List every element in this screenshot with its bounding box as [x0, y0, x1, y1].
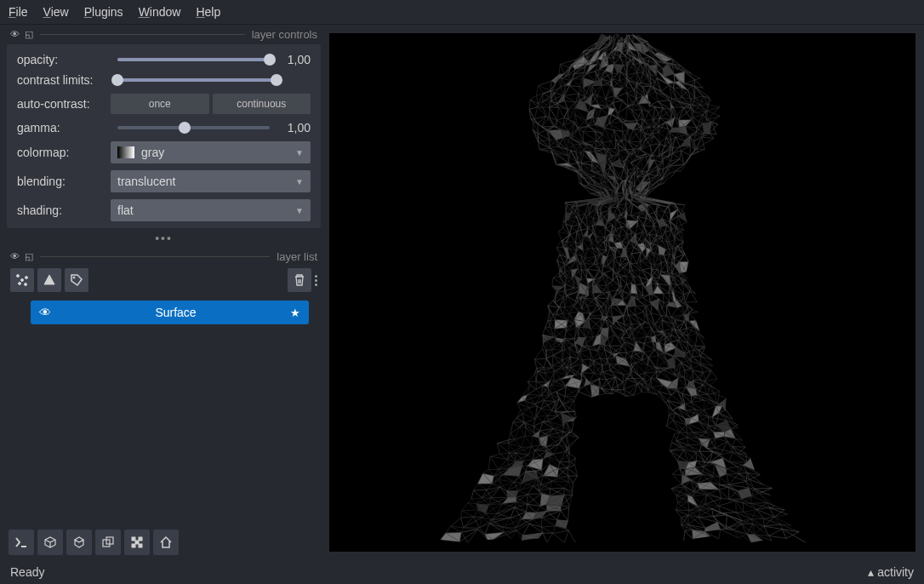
svg-line-4012 — [608, 325, 610, 327]
svg-line-4996 — [516, 417, 523, 421]
svg-line-1275 — [593, 117, 598, 118]
more-options-icon[interactable] — [315, 275, 317, 286]
svg-line-4831 — [534, 396, 549, 404]
svg-line-5760 — [735, 501, 743, 512]
gamma-slider[interactable] — [117, 126, 270, 129]
svg-line-5123 — [548, 431, 563, 434]
eye-icon[interactable]: 👁 — [39, 306, 51, 319]
svg-line-3913 — [589, 318, 601, 327]
svg-line-3222 — [660, 261, 666, 272]
svg-line-933 — [661, 85, 669, 91]
star-icon[interactable]: ★ — [290, 306, 300, 319]
colormap-dropdown[interactable]: gray ▼ — [111, 141, 311, 163]
menu-file[interactable]: File — [9, 5, 28, 19]
svg-line-5024 — [666, 415, 669, 426]
svg-line-5674 — [676, 495, 687, 495]
svg-line-4579 — [601, 374, 607, 379]
home-button[interactable] — [153, 530, 179, 555]
activity-toggle[interactable]: ▴ activity — [868, 565, 914, 579]
svg-line-4783 — [637, 383, 642, 392]
delete-layer-button[interactable] — [288, 268, 311, 292]
svg-line-2820 — [626, 234, 628, 243]
svg-line-5822 — [736, 512, 743, 512]
svg-line-4325 — [654, 348, 657, 350]
new-labels-button[interactable] — [65, 268, 88, 292]
contrast-limits-slider[interactable] — [117, 78, 277, 82]
svg-line-5511 — [747, 472, 763, 484]
svg-line-5505 — [739, 472, 747, 473]
svg-line-4270 — [552, 349, 553, 355]
roll-dims-button[interactable] — [66, 530, 92, 555]
toggle-visibility-icon[interactable]: 👁 — [10, 29, 20, 40]
svg-line-1167 — [564, 110, 568, 117]
svg-line-5508 — [745, 472, 747, 481]
svg-line-1815 — [672, 153, 680, 158]
svg-line-5577 — [473, 490, 482, 498]
svg-line-5352 — [549, 456, 550, 464]
panel-drag-handle[interactable]: ••• — [0, 230, 328, 247]
grid-button[interactable] — [124, 530, 150, 555]
svg-line-4263 — [534, 349, 542, 359]
menu-view[interactable]: View — [43, 5, 69, 19]
svg-line-4687 — [626, 378, 637, 383]
svg-line-4943 — [520, 410, 522, 414]
svg-line-5432 — [703, 463, 714, 467]
svg-line-5535 — [540, 481, 551, 484]
auto-contrast-continuous-button[interactable]: continuous — [213, 94, 311, 114]
svg-line-5351 — [549, 456, 559, 461]
ndisplay-button[interactable] — [37, 530, 63, 555]
new-points-button[interactable] — [10, 268, 34, 292]
svg-line-4023 — [625, 330, 629, 337]
menu-help[interactable]: Help — [196, 5, 220, 19]
menu-window[interactable]: Window — [139, 5, 181, 19]
svg-line-4877 — [697, 395, 704, 400]
svg-line-5773 — [460, 510, 461, 517]
svg-line-5838 — [460, 518, 463, 528]
svg-line-4169 — [547, 340, 552, 349]
svg-line-1013 — [636, 98, 638, 103]
svg-line-4365 — [552, 355, 562, 359]
svg-line-4745 — [550, 385, 556, 392]
chevron-down-icon: ▼ — [295, 177, 304, 186]
svg-line-2499 — [581, 214, 585, 220]
svg-line-5819 — [720, 512, 735, 512]
svg-line-4813 — [697, 385, 703, 395]
svg-line-2592 — [581, 216, 585, 220]
svg-line-3302 — [639, 270, 640, 276]
svg-line-917 — [636, 86, 637, 99]
svg-line-2644 — [651, 220, 653, 220]
svg-line-4947 — [537, 405, 541, 408]
menu-plugins[interactable]: Plugins — [84, 5, 123, 19]
canvas-viewport[interactable] — [329, 33, 915, 552]
blending-dropdown[interactable]: translucent ▼ — [111, 170, 311, 192]
svg-line-1441 — [538, 129, 545, 134]
svg-line-3406 — [659, 274, 660, 278]
svg-line-4437 — [681, 360, 691, 362]
auto-contrast-once-button[interactable]: once — [111, 94, 209, 114]
layer-item-surface[interactable]: 👁 Surface ★ — [31, 301, 309, 324]
svg-line-3055 — [560, 254, 564, 263]
svg-line-2494 — [579, 214, 585, 215]
toggle-expand-icon[interactable]: ◱ — [25, 251, 33, 262]
console-button[interactable] — [9, 530, 34, 555]
svg-line-1162 — [556, 107, 558, 120]
svg-line-4298 — [599, 349, 604, 358]
svg-line-5813 — [699, 509, 713, 516]
svg-line-5841 — [473, 516, 479, 527]
toggle-visibility-icon[interactable]: 👁 — [10, 251, 20, 262]
svg-line-974 — [564, 93, 579, 95]
shading-dropdown[interactable]: flat ▼ — [111, 199, 311, 221]
opacity-slider[interactable] — [117, 58, 270, 61]
svg-line-4153 — [680, 338, 687, 343]
toggle-expand-icon[interactable]: ◱ — [25, 29, 33, 40]
svg-line-5991 — [546, 533, 552, 541]
new-shapes-button[interactable] — [37, 268, 61, 292]
transpose-button[interactable] — [95, 530, 121, 555]
svg-line-4683 — [618, 382, 623, 390]
svg-line-1701 — [659, 143, 659, 156]
svg-line-5957 — [763, 524, 780, 525]
svg-line-5621 — [718, 487, 728, 490]
svg-line-5428 — [694, 467, 703, 467]
svg-line-2923 — [628, 243, 633, 247]
svg-line-979 — [579, 93, 579, 100]
